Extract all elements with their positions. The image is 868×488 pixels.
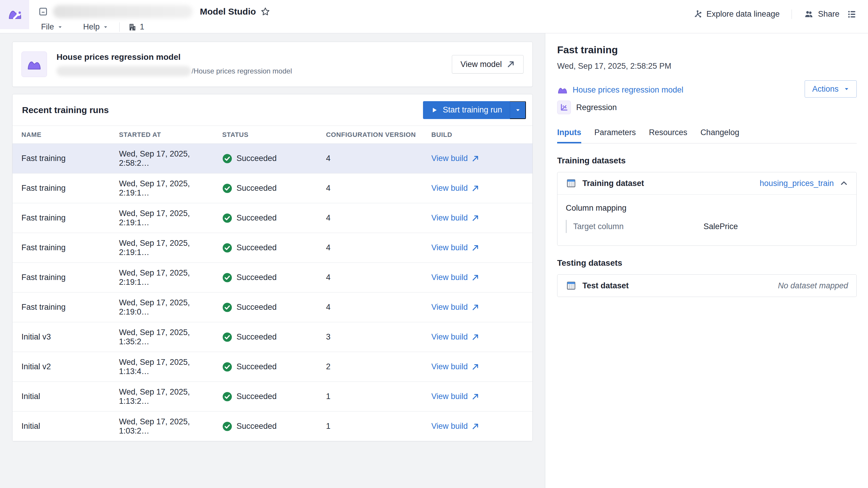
table-row[interactable]: Fast training Wed, Sep 17, 2025, 2:58:2…… (12, 144, 532, 173)
table-row[interactable]: Fast training Wed, Sep 17, 2025, 2:19:1…… (12, 263, 532, 292)
run-name: Initial (22, 422, 119, 431)
dataset-table-icon (566, 280, 577, 291)
run-status: Succeeded (237, 362, 277, 371)
redacted-path (57, 66, 191, 76)
tab-changelog[interactable]: Changelog (701, 128, 740, 144)
external-link-icon (471, 214, 479, 222)
explore-data-lineage-button[interactable]: Explore data lineage (693, 9, 780, 19)
run-configuration-version: 4 (326, 213, 431, 222)
run-started-at: Wed, Sep 17, 2025, 1:35:2… (119, 328, 222, 346)
column-header-build: BUILD (431, 131, 524, 139)
run-started-at: Wed, Sep 17, 2025, 2:58:2… (119, 149, 222, 168)
file-menu[interactable]: File (38, 21, 65, 33)
run-status: Succeeded (237, 184, 277, 193)
column-header-configuration-version: CONFIGURATION VERSION (326, 131, 431, 139)
table-row[interactable]: Initial Wed, Sep 17, 2025, 1:13:2… Succe… (12, 382, 532, 411)
success-check-icon (222, 421, 232, 431)
content: House prices regression model /House pri… (0, 33, 868, 488)
start-training-run-label: Start training run (443, 105, 502, 115)
model-type-label: Regression (576, 103, 617, 112)
app-logo[interactable] (0, 0, 29, 29)
view-build-label: View build (431, 332, 468, 342)
target-column-value: SalePrice (704, 222, 848, 231)
resource-box-icon (38, 6, 48, 17)
testing-datasets-section-title: Testing datasets (557, 258, 857, 268)
view-build-link[interactable]: View build (431, 303, 479, 312)
view-build-label: View build (431, 273, 468, 282)
run-name: Fast training (22, 303, 119, 312)
view-build-link[interactable]: View build (431, 154, 479, 163)
help-menu[interactable]: Help (80, 21, 111, 33)
run-status: Succeeded (237, 273, 277, 282)
view-build-link[interactable]: View build (431, 243, 479, 252)
external-link-icon (471, 393, 479, 400)
test-dataset-empty-text: No dataset mapped (778, 281, 848, 291)
run-name: Fast training (22, 273, 119, 282)
chevron-up-icon[interactable] (840, 179, 848, 187)
table-row[interactable]: Fast training Wed, Sep 17, 2025, 2:19:1…… (12, 233, 532, 263)
table-row[interactable]: Initial v3 Wed, Sep 17, 2025, 1:35:2… Su… (12, 322, 532, 352)
favorite-star-icon[interactable] (260, 7, 270, 17)
view-build-link[interactable]: View build (431, 362, 479, 371)
run-status: Succeeded (237, 154, 277, 163)
training-dataset-header[interactable]: Training dataset housing_prices_train (557, 172, 857, 194)
view-build-link[interactable]: View build (431, 273, 479, 282)
overflow-menu-button[interactable] (847, 9, 857, 19)
explore-data-lineage-label: Explore data lineage (707, 9, 780, 19)
dataset-table-icon (566, 178, 577, 189)
run-name: Fast training (22, 184, 119, 193)
run-started-at: Wed, Sep 17, 2025, 1:13:2… (119, 388, 222, 406)
view-build-link[interactable]: View build (431, 184, 479, 193)
view-build-link[interactable]: View build (431, 392, 479, 401)
view-model-button[interactable]: View model (452, 55, 524, 73)
model-studio-logo-icon (6, 6, 23, 23)
table-row[interactable]: Initial Wed, Sep 17, 2025, 1:03:2… Succe… (12, 411, 532, 441)
chevron-down-icon (58, 25, 62, 29)
start-training-run-split-button: Start training run (423, 101, 526, 119)
run-name: Fast training (22, 243, 119, 252)
table-row[interactable]: Initial v2 Wed, Sep 17, 2025, 1:13:4… Su… (12, 352, 532, 382)
external-link-icon (506, 60, 515, 68)
model-studio-app: Model Studio File Help (0, 0, 868, 488)
table-row[interactable]: Fast training Wed, Sep 17, 2025, 2:19:0…… (12, 292, 532, 322)
redacted-project-name (53, 5, 193, 18)
run-detail-timestamp: Wed, Sep 17, 2025, 2:58:25 PM (557, 62, 857, 71)
view-build-label: View build (431, 303, 468, 312)
training-dataset-link[interactable]: housing_prices_train (760, 179, 834, 188)
tab-inputs[interactable]: Inputs (557, 128, 581, 144)
run-name: Initial (22, 392, 119, 401)
caret-down-icon (844, 86, 849, 92)
success-check-icon (222, 362, 232, 372)
main-area: House prices regression model /House pri… (0, 33, 545, 488)
run-configuration-version: 4 (326, 303, 431, 312)
actions-button[interactable]: Actions (805, 80, 857, 98)
external-link-icon (471, 333, 479, 341)
view-build-link[interactable]: View build (431, 332, 479, 342)
table-row[interactable]: Fast training Wed, Sep 17, 2025, 2:19:1…… (12, 203, 532, 233)
run-name: Initial v2 (22, 362, 119, 371)
start-training-run-button[interactable]: Start training run (423, 101, 510, 119)
success-check-icon (222, 183, 232, 193)
regression-scatter-icon (560, 103, 568, 112)
column-header-name: NAME (22, 131, 119, 139)
share-button[interactable]: Share (804, 9, 839, 19)
run-name: Fast training (22, 213, 119, 222)
table-row[interactable]: Fast training Wed, Sep 17, 2025, 2:19:1…… (12, 173, 532, 203)
external-link-icon (471, 274, 479, 281)
run-started-at: Wed, Sep 17, 2025, 2:19:0… (119, 298, 222, 316)
start-training-run-caret-button[interactable] (510, 101, 526, 119)
success-check-icon (222, 302, 232, 312)
tab-resources[interactable]: Resources (649, 128, 687, 144)
external-link-icon (471, 363, 479, 371)
data-lineage-icon (693, 9, 702, 19)
view-build-label: View build (431, 213, 468, 222)
view-build-link[interactable]: View build (431, 422, 479, 431)
view-build-label: View build (431, 362, 468, 371)
caret-down-icon (515, 108, 521, 113)
test-dataset-header[interactable]: Test dataset No dataset mapped (557, 275, 857, 297)
actions-label: Actions (812, 85, 839, 94)
branch-indicator[interactable]: 1 (128, 22, 144, 32)
view-build-link[interactable]: View build (431, 213, 479, 222)
model-link[interactable]: House prices regression model (572, 85, 683, 95)
tab-parameters[interactable]: Parameters (594, 128, 636, 144)
